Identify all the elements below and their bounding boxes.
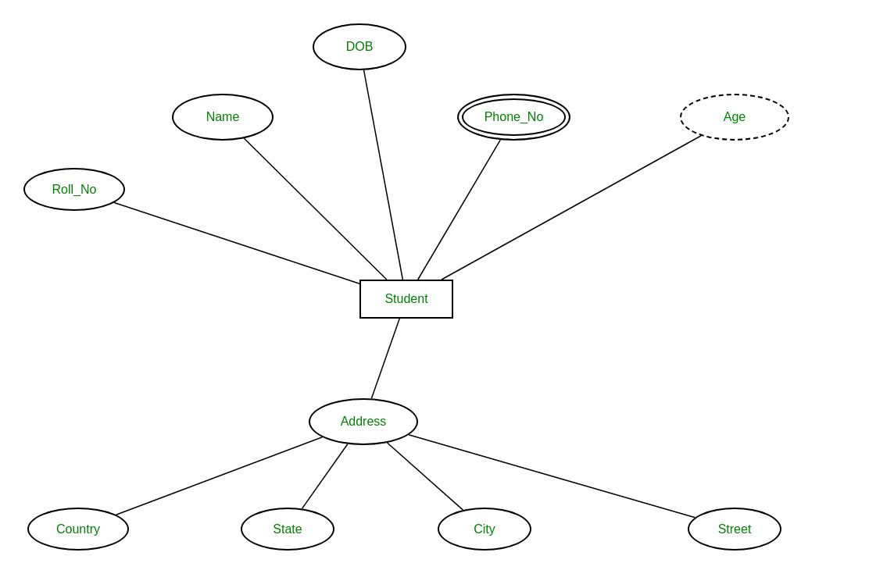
state-label: State: [273, 522, 302, 536]
street-node: Street: [688, 508, 781, 551]
phone-no-label: Phone_No: [485, 110, 544, 124]
dob-node: DOB: [313, 23, 406, 70]
roll-no-label: Roll_No: [52, 183, 97, 197]
address-node: Address: [309, 398, 418, 445]
city-label: City: [474, 522, 495, 536]
city-node: City: [438, 508, 531, 551]
age-label: Age: [724, 110, 746, 124]
student-node: Student: [359, 280, 453, 319]
country-label: Country: [56, 522, 100, 536]
student-label: Student: [384, 292, 427, 306]
roll-no-node: Roll_No: [23, 168, 125, 211]
dob-label: DOB: [346, 40, 374, 54]
street-label: Street: [718, 522, 752, 536]
age-node: Age: [680, 94, 789, 141]
phone-no-node: Phone_No: [457, 94, 570, 141]
state-node: State: [241, 508, 334, 551]
er-diagram: Student DOB Name Roll_No Phone_No Age Ad…: [0, 0, 869, 588]
country-node: Country: [27, 508, 129, 551]
name-label: Name: [206, 110, 240, 124]
address-label: Address: [341, 415, 387, 429]
name-node: Name: [172, 94, 274, 141]
